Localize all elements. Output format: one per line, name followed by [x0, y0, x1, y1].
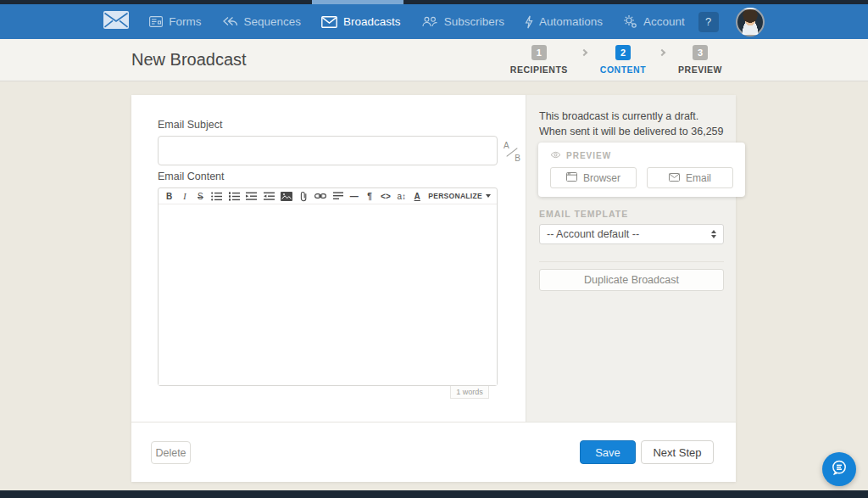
nav-item-forms[interactable]: Forms [149, 15, 201, 28]
sequences-icon [222, 16, 238, 27]
paragraph-button[interactable]: ¶ [365, 189, 375, 204]
select-arrows-icon [711, 230, 716, 238]
preview-email-label: Email [686, 172, 711, 184]
ab-test-button[interactable]: A B [503, 141, 521, 163]
word-count-badge: 1 words [450, 386, 489, 399]
unordered-list-button[interactable] [211, 189, 222, 204]
next-step-button[interactable]: Next Step [641, 440, 714, 464]
broadcast-editor-card: Email Subject A B Email Content B I S [131, 95, 736, 482]
step-badge: 2 [615, 45, 631, 60]
browser-icon [566, 172, 577, 184]
page-header: New Broadcast 1 RECIPIENTS 2 CONTENT 3 P… [0, 39, 868, 81]
subject-input[interactable] [158, 136, 498, 165]
step-label: CONTENT [600, 64, 646, 75]
nav-item-label: Forms [169, 15, 201, 28]
dropdown-caret-icon [486, 194, 491, 198]
step-badge: 1 [531, 45, 547, 60]
image-button[interactable] [281, 189, 292, 204]
content-label: Email Content [158, 171, 225, 182]
app-logo[interactable] [103, 11, 129, 32]
top-nav: Forms Sequences Broadcasts Subscribers A… [0, 4, 868, 39]
nav-item-label: Automations [539, 15, 603, 28]
envelope-logo-icon [103, 11, 129, 32]
active-tab-indicator [312, 0, 403, 4]
nav-item-subscribers[interactable]: Subscribers [421, 15, 504, 28]
preview-label: PREVIEW [566, 151, 611, 160]
text-color-button[interactable]: A [413, 189, 422, 204]
nav-item-sequences[interactable]: Sequences [222, 15, 302, 28]
account-gear-icon [623, 14, 637, 29]
save-button[interactable]: Save [580, 440, 636, 464]
nav-item-broadcasts[interactable]: Broadcasts [321, 15, 401, 28]
ab-b-label: B [515, 154, 520, 163]
email-icon [669, 172, 680, 184]
preview-browser-button[interactable]: Browser [550, 167, 637, 188]
preview-card: PREVIEW Browser Email [538, 143, 745, 197]
nav-item-label: Subscribers [444, 15, 504, 28]
chevron-right-icon [659, 49, 665, 56]
broadcast-sidebar: This broadcast is currently a draft. Whe… [526, 95, 736, 422]
wizard-steps: 1 RECIPIENTS 2 CONTENT 3 PREVIEW [510, 45, 722, 75]
duplicate-broadcast-button[interactable]: Duplicate Broadcast [539, 269, 724, 291]
email-template-selected: -- Account default -- [547, 228, 639, 240]
attachment-button[interactable] [299, 189, 309, 204]
chat-bubble-icon [830, 458, 849, 480]
outdent-button[interactable] [264, 189, 275, 204]
user-avatar[interactable] [736, 8, 765, 36]
editor-toolbar: B I S [159, 188, 497, 204]
eye-icon [550, 151, 561, 160]
subject-label: Email Subject [158, 119, 222, 131]
step-preview[interactable]: 3 PREVIEW [678, 45, 722, 75]
composer-pane: Email Subject A B Email Content B I S [131, 95, 526, 422]
preview-header: PREVIEW [550, 151, 733, 160]
delete-button[interactable]: Delete [151, 441, 191, 464]
automations-lightning-icon [525, 15, 533, 29]
step-label: PREVIEW [678, 64, 722, 75]
ab-a-label: A [504, 141, 509, 150]
top-trim-bar [0, 0, 868, 4]
preview-browser-label: Browser [583, 172, 620, 184]
forms-icon [149, 16, 163, 27]
horizontal-rule-button[interactable]: — [349, 189, 359, 204]
personalize-dropdown[interactable]: PERSONALIZE [428, 189, 491, 204]
subscribers-icon [421, 16, 438, 27]
preview-buttons: Browser Email [550, 167, 733, 188]
align-left-button[interactable] [333, 189, 343, 204]
preview-email-button[interactable]: Email [647, 167, 733, 188]
line-height-button[interactable]: a↕ [397, 189, 406, 204]
sidebar-divider [539, 261, 724, 262]
nav-item-account[interactable]: Account [623, 14, 685, 29]
bold-button[interactable]: B [164, 189, 174, 204]
broadcast-envelope-icon [321, 16, 337, 28]
chevron-right-icon [581, 49, 587, 56]
page-title: New Broadcast [131, 50, 247, 70]
bottom-trim-bar [0, 490, 868, 498]
chat-widget-button[interactable] [822, 452, 856, 486]
step-badge: 3 [693, 45, 708, 60]
code-button[interactable]: <> [381, 189, 391, 204]
email-template-select[interactable]: -- Account default -- [539, 224, 724, 244]
step-label: RECIPIENTS [510, 64, 568, 75]
nav-item-label: Account [643, 15, 685, 28]
email-template-label: EMAIL TEMPLATE [539, 209, 628, 219]
help-button[interactable]: ? [698, 12, 719, 32]
nav-item-label: Broadcasts [343, 15, 401, 28]
help-button-label: ? [705, 15, 711, 28]
personalize-label: PERSONALIZE [428, 192, 482, 200]
editor-body[interactable] [159, 204, 497, 385]
ordered-list-button[interactable] [229, 189, 240, 204]
step-recipients[interactable]: 1 RECIPIENTS [510, 45, 568, 75]
italic-button[interactable]: I [180, 189, 189, 204]
nav-item-label: Sequences [244, 15, 302, 28]
nav-item-automations[interactable]: Automations [525, 15, 603, 29]
email-content-editor: B I S [158, 187, 498, 386]
link-button[interactable] [314, 189, 326, 204]
strikethrough-button[interactable]: S [196, 189, 205, 204]
step-content[interactable]: 2 CONTENT [600, 45, 646, 75]
card-footer: Delete Save Next Step [131, 422, 736, 482]
indent-button[interactable] [246, 189, 257, 204]
